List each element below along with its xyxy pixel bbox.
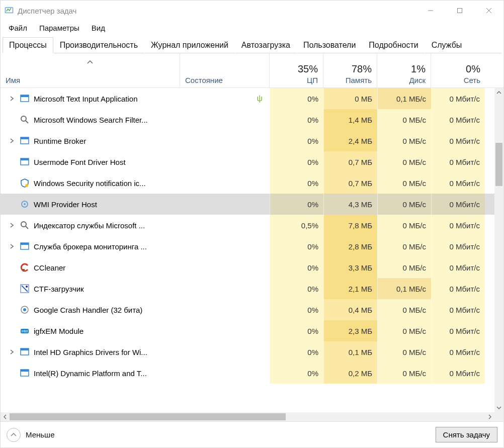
menu-view[interactable]: Вид (87, 22, 110, 34)
cell-network: 0 Мбит/с (431, 236, 485, 257)
scroll-right-icon[interactable] (485, 412, 494, 421)
process-row[interactable]: inteligfxEM Module0%2,3 МБ0 МБ/с0 Мбит/с (1, 320, 494, 341)
cell-cpu: 0% (270, 320, 323, 341)
svg-point-16 (21, 222, 26, 227)
cell-network: 0 Мбит/с (431, 109, 485, 130)
scroll-down-icon[interactable] (494, 403, 503, 412)
cell-network: 0 Мбит/с (431, 172, 485, 194)
process-row[interactable]: Microsoft Text Input Applicationψ0%0 МБ0… (1, 88, 494, 109)
svg-point-23 (26, 286, 28, 288)
process-name: CTF-загрузчик (34, 285, 84, 293)
expand-chevron-icon[interactable] (9, 223, 16, 228)
cell-status (180, 257, 270, 278)
cell-disk: 0 МБ/с (377, 299, 431, 320)
svg-rect-20 (23, 269, 25, 272)
ccleaner-icon (20, 262, 30, 273)
cell-status (180, 172, 270, 194)
col-net-header[interactable]: 0% Сеть (431, 53, 485, 87)
cell-memory: 0,2 МБ (323, 363, 377, 384)
intel-icon: intel (20, 326, 30, 336)
process-row[interactable]: CTF-загрузчик0%2,1 МБ0,1 МБ/с0 Мбит/с (1, 278, 494, 299)
process-row[interactable]: Служба брокера мониторинга ...0%2,8 МБ0 … (1, 236, 494, 257)
menu-options[interactable]: Параметры (34, 22, 85, 34)
process-row[interactable]: Runtime Broker0%2,4 МБ0 МБ/с0 Мбит/с (1, 130, 494, 151)
cell-status (180, 194, 270, 215)
scroll-left-icon[interactable] (1, 412, 10, 421)
cell-cpu: 0% (270, 88, 323, 109)
process-name: Индексатор службы Microsoft ... (34, 221, 145, 230)
col-cpu-header[interactable]: 35% ЦП (270, 53, 323, 87)
cell-network: 0 Мбит/с (431, 320, 485, 341)
cell-memory: 2,4 МБ (323, 130, 377, 151)
process-row[interactable]: Windows Security notification ic...0%0,7… (1, 172, 494, 194)
cell-status (180, 236, 270, 257)
tab-users[interactable]: Пользователи (297, 37, 362, 53)
expand-chevron-icon[interactable] (9, 349, 16, 354)
process-name: Intel(R) Dynamic Platform and T... (34, 369, 147, 378)
cell-cpu: 0% (270, 194, 323, 215)
maximize-button[interactable] (445, 1, 474, 21)
process-row[interactable]: Usermode Font Driver Host0%0,7 МБ0 МБ/с0… (1, 151, 494, 172)
minimize-button[interactable] (416, 1, 445, 21)
cell-cpu: 0% (270, 172, 323, 194)
vscroll-thumb[interactable] (495, 143, 502, 186)
cell-disk: 0,1 МБ/с (377, 88, 431, 109)
cell-memory: 2,1 МБ (323, 278, 377, 299)
hscroll-thumb[interactable] (10, 413, 286, 420)
close-button[interactable] (474, 1, 503, 21)
cell-disk: 0 МБ/с (377, 363, 431, 384)
col-status-header[interactable]: Состояние (180, 53, 270, 87)
end-task-button[interactable]: Снять задачу (436, 427, 497, 442)
cell-cpu: 0% (270, 151, 323, 172)
footer: Меньше Снять задачу (1, 421, 503, 447)
task-manager-window: Диспетчер задач Файл Параметры Вид Проце… (0, 0, 504, 448)
process-row[interactable]: Microsoft Windows Search Filter...0%1,4 … (1, 109, 494, 130)
cell-memory: 2,8 МБ (323, 236, 377, 257)
process-row[interactable]: Google Crash Handler (32 бита)0%0,4 МБ0 … (1, 299, 494, 320)
process-row[interactable]: Intel HD Graphics Drivers for Wi...0%0,1… (1, 341, 494, 363)
expand-chevron-icon[interactable] (9, 138, 16, 143)
cell-disk: 0,1 МБ/с (377, 278, 431, 299)
svg-rect-2 (458, 9, 462, 13)
window-icon (20, 368, 30, 378)
tab-processes[interactable]: Процессы (3, 37, 53, 53)
svg-rect-31 (21, 370, 29, 372)
tab-services[interactable]: Службы (425, 37, 469, 53)
col-name-header[interactable]: Имя (1, 53, 180, 87)
cell-network: 0 Мбит/с (431, 278, 485, 299)
shield-icon (20, 178, 30, 188)
cell-memory: 0,1 МБ (323, 341, 377, 363)
cell-cpu: 0% (270, 299, 323, 320)
tab-performance[interactable]: Производительность (53, 37, 144, 53)
tab-details[interactable]: Подробности (362, 37, 425, 53)
col-disk-header[interactable]: 1% Диск (377, 53, 431, 87)
scroll-up-icon[interactable] (494, 88, 503, 97)
process-row[interactable]: Индексатор службы Microsoft ...0,5%7,8 М… (1, 215, 494, 236)
process-row[interactable]: CCleaner0%3,3 МБ0 МБ/с0 Мбит/с (1, 257, 494, 278)
menu-file[interactable]: Файл (4, 22, 32, 34)
horizontal-scrollbar[interactable] (1, 412, 494, 421)
cell-disk: 0 МБ/с (377, 257, 431, 278)
cell-disk: 0 МБ/с (377, 194, 431, 215)
cell-cpu: 0% (270, 363, 323, 384)
tab-startup[interactable]: Автозагрузка (235, 37, 297, 53)
expand-chevron-icon[interactable] (9, 244, 16, 249)
cell-network: 0 Мбит/с (431, 151, 485, 172)
cell-disk: 0 МБ/с (377, 172, 431, 194)
cell-memory: 0 МБ (323, 88, 377, 109)
cell-memory: 7,8 МБ (323, 215, 377, 236)
cell-status (180, 278, 270, 299)
process-row[interactable]: WMI Provider Host0%4,3 МБ0 МБ/с0 Мбит/с (1, 194, 494, 215)
cell-network: 0 Мбит/с (431, 194, 485, 215)
cell-disk: 0 МБ/с (377, 341, 431, 363)
expand-chevron-icon[interactable] (9, 96, 16, 101)
col-mem-header[interactable]: 78% Память (323, 53, 377, 87)
cell-network: 0 Мбит/с (431, 215, 485, 236)
process-name: WMI Provider Host (34, 200, 97, 209)
process-row[interactable]: Intel(R) Dynamic Platform and T...0%0,2 … (1, 363, 494, 384)
tab-apphistory[interactable]: Журнал приложений (144, 37, 235, 53)
fewer-details-button[interactable]: Меньше (7, 428, 54, 442)
vertical-scrollbar[interactable] (494, 88, 503, 412)
cell-memory: 1,4 МБ (323, 109, 377, 130)
cell-status (180, 299, 270, 320)
